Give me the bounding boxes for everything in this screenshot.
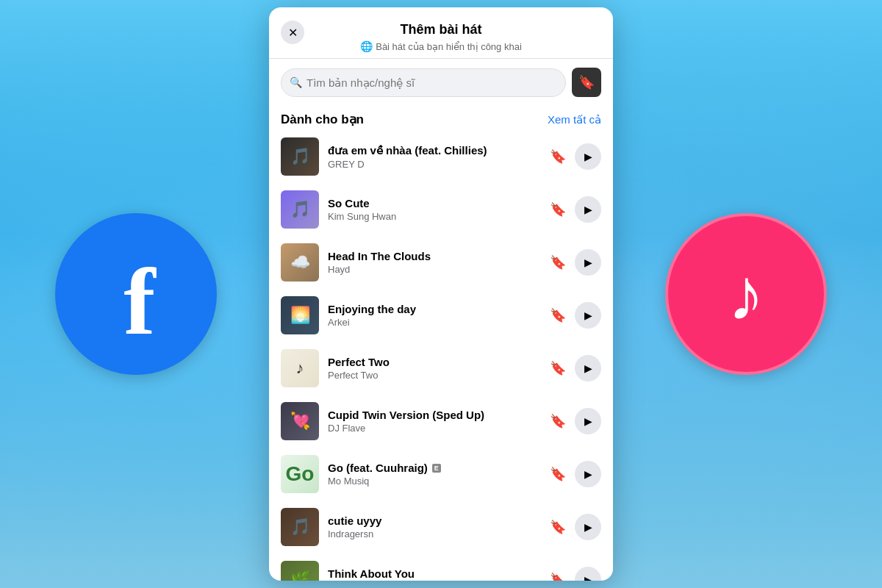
song-title-2: So Cute — [328, 197, 538, 209]
play-button-9[interactable]: ▶ — [575, 567, 601, 581]
song-info-5: Perfect Two Perfect Two — [328, 356, 538, 381]
search-icon: 🔍 — [290, 76, 302, 88]
play-icon: ▶ — [584, 574, 592, 581]
song-title-6: Cupid Twin Version (Sped Up) — [328, 409, 538, 421]
play-icon: ▶ — [584, 468, 592, 480]
song-art-6: 💘 — [281, 402, 319, 440]
song-item[interactable]: 🎵 cutie uyyy Indragersn 🔖 ▶ — [269, 501, 613, 553]
play-button-3[interactable]: ▶ — [575, 249, 601, 276]
saved-songs-button[interactable]: 🔖 — [572, 68, 601, 97]
bookmark-song-button-3[interactable]: 🔖 — [547, 251, 569, 273]
play-icon: ▶ — [584, 204, 592, 215]
song-actions-3: 🔖 ▶ — [547, 249, 601, 276]
song-artist-5: Perfect Two — [328, 370, 538, 381]
song-artist-7: Mo Musiq — [328, 476, 538, 487]
modal-title: Thêm bài hát — [284, 22, 598, 37]
bookmark-song-button-7[interactable]: 🔖 — [547, 463, 569, 485]
song-actions-4: 🔖 ▶ — [547, 302, 601, 329]
song-info-8: cutie uyyy Indragersn — [328, 514, 538, 539]
bookmark-icon: 🔖 — [550, 413, 566, 429]
play-button-1[interactable]: ▶ — [575, 143, 601, 170]
song-item[interactable]: Go Go (feat. Cuuhraig) E Mo Musiq 🔖 ▶ — [269, 448, 613, 501]
song-artist-3: Hayd — [328, 264, 538, 275]
search-area: 🔍 🔖 — [269, 59, 613, 106]
song-item[interactable]: 💘 Cupid Twin Version (Sped Up) DJ Flave … — [269, 395, 613, 448]
song-art-7: Go — [281, 455, 319, 493]
section-header: Dành cho bạn Xem tất cả — [269, 106, 613, 130]
bookmark-song-button-5[interactable]: 🔖 — [547, 357, 569, 379]
globe-icon: 🌐 — [360, 40, 373, 52]
song-item[interactable]: 🎵 So Cute Kim Sung Hwan 🔖 ▶ — [269, 183, 613, 236]
music-note-icon: ♪ — [728, 252, 764, 337]
bookmark-song-button-9[interactable]: 🔖 — [547, 569, 569, 581]
song-item[interactable]: 🌅 Enjoying the day Arkei 🔖 ▶ — [269, 289, 613, 342]
play-icon: ▶ — [584, 415, 592, 427]
song-item[interactable]: 🌿 Think About You Acoustic Collabo 🔖 ▶ — [269, 553, 613, 581]
song-item[interactable]: 🎵 đưa em về nhàa (feat. Chillies) GREY D… — [269, 130, 613, 183]
bookmark-icon: 🔖 — [550, 201, 566, 218]
search-input-wrapper: 🔍 — [281, 68, 566, 97]
bookmark-icon: 🔖 — [550, 519, 566, 535]
bookmark-song-button-1[interactable]: 🔖 — [547, 146, 569, 168]
bookmark-icon: 🔖 — [550, 148, 566, 165]
song-art-1: 🎵 — [281, 137, 319, 176]
song-art-9: 🌿 — [281, 561, 319, 581]
bookmark-song-button-8[interactable]: 🔖 — [547, 516, 569, 538]
play-button-8[interactable]: ▶ — [575, 514, 601, 540]
bookmark-icon: 🔖 — [550, 307, 566, 323]
song-actions-8: 🔖 ▶ — [547, 514, 601, 540]
explicit-badge: E — [432, 464, 441, 473]
song-list: 🎵 đưa em về nhàa (feat. Chillies) GREY D… — [269, 130, 613, 581]
play-button-5[interactable]: ▶ — [575, 355, 601, 381]
song-info-9: Think About You Acoustic Collabo — [328, 567, 538, 581]
song-artist-1: GREY D — [328, 159, 538, 170]
song-title-1: đưa em về nhàa (feat. Chillies) — [328, 144, 538, 157]
bookmark-icon: 🔖 — [550, 360, 566, 376]
song-art-2: 🎵 — [281, 190, 319, 229]
bookmark-song-button-2[interactable]: 🔖 — [547, 198, 569, 220]
bookmark-icon: 🔖 — [550, 572, 566, 581]
bookmark-icon: 🔖 — [578, 74, 595, 90]
bookmark-song-button-4[interactable]: 🔖 — [547, 304, 569, 326]
play-button-4[interactable]: ▶ — [575, 302, 601, 329]
add-song-modal: ✕ Thêm bài hát 🌐 Bài hát của bạn hiển th… — [269, 7, 613, 581]
close-button[interactable]: ✕ — [281, 21, 304, 44]
song-actions-6: 🔖 ▶ — [547, 408, 601, 434]
song-info-7: Go (feat. Cuuhraig) E Mo Musiq — [328, 462, 538, 487]
song-actions-9: 🔖 ▶ — [547, 567, 601, 581]
song-artist-2: Kim Sung Hwan — [328, 211, 538, 222]
view-all-link[interactable]: Xem tất cả — [548, 113, 601, 126]
song-art-4: 🌅 — [281, 296, 319, 334]
song-title-5: Perfect Two — [328, 356, 538, 368]
play-icon: ▶ — [584, 257, 592, 268]
play-button-6[interactable]: ▶ — [575, 408, 601, 434]
modal-header: ✕ Thêm bài hát 🌐 Bài hát của bạn hiển th… — [269, 7, 613, 59]
bookmark-icon: 🔖 — [550, 254, 566, 270]
facebook-logo — [55, 213, 217, 375]
play-icon: ▶ — [584, 521, 592, 533]
song-artist-8: Indragersn — [328, 528, 538, 539]
song-title-9: Think About You — [328, 567, 538, 580]
song-title-8: cutie uyyy — [328, 514, 538, 527]
song-actions-2: 🔖 ▶ — [547, 196, 601, 223]
song-item[interactable]: ☁️ Head In The Clouds Hayd 🔖 ▶ — [269, 236, 613, 289]
modal-subtitle: 🌐 Bài hát của bạn hiển thị công khai — [284, 40, 598, 52]
song-art-3: ☁️ — [281, 243, 319, 282]
song-info-6: Cupid Twin Version (Sped Up) DJ Flave — [328, 409, 538, 434]
song-info-1: đưa em về nhàa (feat. Chillies) GREY D — [328, 144, 538, 170]
song-item[interactable]: ♪ Perfect Two Perfect Two 🔖 ▶ — [269, 342, 613, 395]
bookmark-song-button-6[interactable]: 🔖 — [547, 410, 569, 432]
play-button-7[interactable]: ▶ — [575, 461, 601, 487]
song-info-4: Enjoying the day Arkei — [328, 303, 538, 328]
play-icon: ▶ — [584, 362, 592, 374]
song-actions-7: 🔖 ▶ — [547, 461, 601, 487]
song-artist-4: Arkei — [328, 317, 538, 328]
play-icon: ▶ — [584, 309, 592, 321]
play-button-2[interactable]: ▶ — [575, 196, 601, 223]
search-input[interactable] — [281, 68, 566, 97]
song-actions-5: 🔖 ▶ — [547, 355, 601, 381]
song-art-5: ♪ — [281, 349, 319, 387]
song-art-8: 🎵 — [281, 508, 319, 546]
song-title-3: Head In The Clouds — [328, 250, 538, 262]
song-info-2: So Cute Kim Sung Hwan — [328, 197, 538, 222]
